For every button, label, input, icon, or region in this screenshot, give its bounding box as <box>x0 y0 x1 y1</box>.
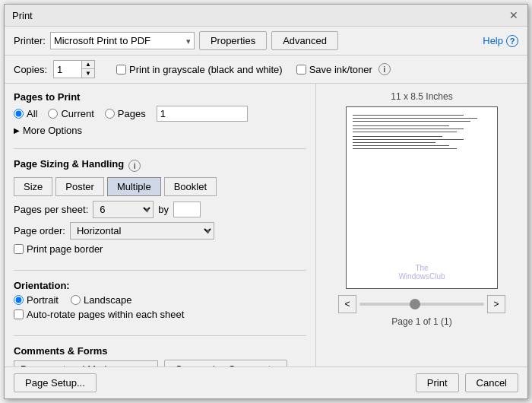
by-input[interactable] <box>173 202 201 217</box>
page-sizing-title-row: Page Sizing & Handling i <box>14 158 306 173</box>
right-panel: 11 x 8.5 Inches <box>316 84 527 367</box>
printer-row: Printer: Microsoft Print to PDF Properti… <box>5 27 527 56</box>
copies-input[interactable] <box>54 62 81 77</box>
landscape-text: Landscape <box>84 294 132 306</box>
help-icon: ? <box>506 35 518 47</box>
multiple-button[interactable]: Multiple <box>107 177 161 196</box>
page-sizing-title: Page Sizing & Handling <box>14 158 124 170</box>
page-order-wrapper: Horizontal <box>70 222 214 240</box>
more-options-triangle: ▶ <box>14 126 20 135</box>
summarize-comments-button[interactable]: Summarize Comments <box>164 360 287 367</box>
left-panel: Pages to Print All Current Pages <box>5 84 316 367</box>
pages-radio-label[interactable]: Pages <box>105 108 146 119</box>
preview-size-label: 11 x 8.5 Inches <box>391 91 452 102</box>
all-radio-label[interactable]: All <box>14 108 37 119</box>
portrait-label[interactable]: Portrait <box>14 294 59 306</box>
booklet-button[interactable]: Booklet <box>164 177 217 196</box>
preview-watermark: TheWindowsClub <box>398 264 445 281</box>
comments-select-wrapper: Document and Markups <box>14 360 158 367</box>
current-radio-label[interactable]: Current <box>48 108 93 119</box>
pages-per-sheet-row: Pages per sheet: 6 by <box>14 201 306 218</box>
copies-label: Copies: <box>14 64 47 75</box>
divider-3 <box>14 335 306 336</box>
size-button[interactable]: Size <box>14 177 52 196</box>
preview-area: TheWindowsClub <box>346 106 498 289</box>
preview-nav: < > <box>338 295 505 313</box>
copies-up-button[interactable]: ▲ <box>82 61 94 69</box>
auto-rotate-row: Auto-rotate pages within each sheet <box>14 309 306 320</box>
page-order-row: Page order: Horizontal <box>14 222 306 240</box>
comments-section: Comments & Forms Document and Markups Su… <box>14 345 306 367</box>
copies-spinner: ▲ ▼ <box>81 61 94 78</box>
page-setup-button[interactable]: Page Setup... <box>14 373 97 392</box>
page-order-label: Page order: <box>14 225 65 236</box>
grayscale-text: Print in grayscale (black and white) <box>129 64 283 75</box>
divider-1 <box>14 148 306 149</box>
print-button[interactable]: Print <box>416 373 459 392</box>
print-border-row: Print page border <box>14 243 306 255</box>
auto-rotate-label[interactable]: Auto-rotate pages within each sheet <box>14 309 184 320</box>
printer-label: Printer: <box>14 35 46 46</box>
save-ink-text: Save ink/toner <box>309 64 372 75</box>
bottom-bar: Page Setup... Print Cancel <box>5 367 527 398</box>
portrait-text: Portrait <box>27 294 59 306</box>
save-ink-info-icon[interactable]: i <box>378 63 391 75</box>
grayscale-label[interactable]: Print in grayscale (black and white) <box>116 64 283 75</box>
landscape-label[interactable]: Landscape <box>71 294 132 306</box>
preview-content <box>347 107 497 159</box>
next-page-button[interactable]: > <box>487 295 505 313</box>
page-indicator: Page 1 of 1 (1) <box>391 316 451 327</box>
poster-button[interactable]: Poster <box>55 177 104 196</box>
current-radio[interactable] <box>48 109 58 119</box>
copies-row: Copies: ▲ ▼ Print in grayscale (black an… <box>5 56 527 84</box>
divider-2 <box>14 270 306 271</box>
pages-radio[interactable] <box>105 109 115 119</box>
auto-rotate-checkbox[interactable] <box>14 309 24 319</box>
pages-per-sheet-wrapper: 6 <box>93 201 154 218</box>
help-link[interactable]: Help ? <box>483 35 518 47</box>
pages-radio-row: All Current Pages <box>14 106 306 122</box>
printer-section: Printer: Microsoft Print to PDF Properti… <box>14 31 338 50</box>
orientation-row: Portrait Landscape <box>14 294 306 306</box>
main-content: Pages to Print All Current Pages <box>5 84 527 367</box>
more-options[interactable]: ▶ More Options <box>14 125 306 136</box>
pages-to-print-title: Pages to Print <box>14 91 306 103</box>
help-label: Help <box>483 35 503 46</box>
comments-select[interactable]: Document and Markups <box>14 360 158 367</box>
page-slider[interactable] <box>359 303 484 306</box>
properties-button[interactable]: Properties <box>199 31 267 50</box>
print-border-text: Print page border <box>27 243 103 255</box>
print-border-label[interactable]: Print page border <box>14 243 103 255</box>
save-ink-checkbox[interactable] <box>296 65 306 75</box>
printer-select-wrapper: Microsoft Print to PDF <box>50 32 195 49</box>
copies-input-group: ▲ ▼ <box>53 60 95 78</box>
print-border-checkbox[interactable] <box>14 244 24 254</box>
comments-title: Comments & Forms <box>14 345 306 357</box>
orientation-title: Orientation: <box>14 280 306 291</box>
all-radio[interactable] <box>14 109 24 119</box>
page-sizing-info-icon[interactable]: i <box>128 160 141 172</box>
page-order-select[interactable]: Horizontal <box>70 222 214 240</box>
save-ink-label[interactable]: Save ink/toner <box>296 64 372 75</box>
bottom-bar-right: Print Cancel <box>416 373 518 392</box>
pages-radio-text: Pages <box>118 108 146 119</box>
close-button[interactable]: ✕ <box>508 9 520 21</box>
advanced-button[interactable]: Advanced <box>271 31 338 50</box>
portrait-radio[interactable] <box>14 295 24 305</box>
dialog-title: Print <box>12 10 33 21</box>
page-sizing-section: Page Sizing & Handling i Size Poster Mul… <box>14 158 306 258</box>
pages-to-print-section: Pages to Print All Current Pages <box>14 91 306 136</box>
size-buttons-row: Size Poster Multiple Booklet <box>14 177 306 196</box>
grayscale-checkbox[interactable] <box>116 65 126 75</box>
pages-per-sheet-select[interactable]: 6 <box>93 201 154 218</box>
orientation-section: Orientation: Portrait Landscape Auto-rot… <box>14 280 306 323</box>
page-slider-thumb <box>410 299 420 309</box>
cancel-button[interactable]: Cancel <box>465 373 518 392</box>
pages-range-input[interactable] <box>157 106 248 122</box>
printer-select[interactable]: Microsoft Print to PDF <box>50 32 195 49</box>
landscape-radio[interactable] <box>71 295 81 305</box>
more-options-text: More Options <box>23 125 82 136</box>
copies-down-button[interactable]: ▼ <box>82 69 94 78</box>
prev-page-button[interactable]: < <box>338 295 356 313</box>
pages-per-sheet-label: Pages per sheet: <box>14 204 88 215</box>
